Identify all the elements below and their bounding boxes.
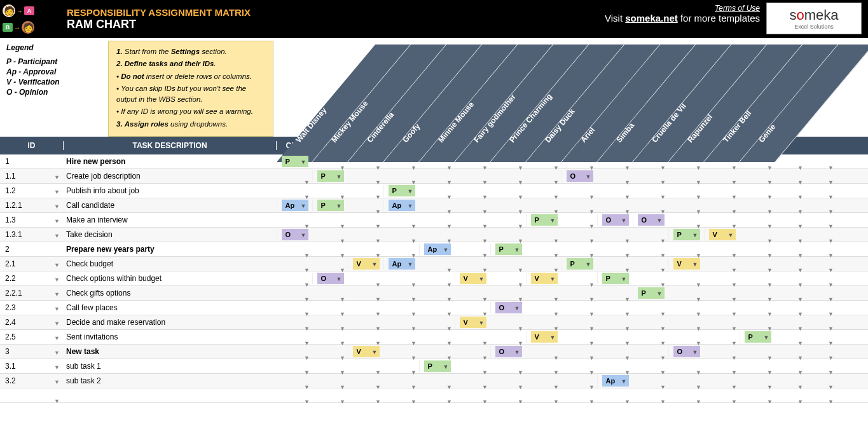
assignment-cell[interactable]: P▼ [740,331,775,343]
dropdown-icon[interactable]: ▼ [767,282,773,288]
dropdown-icon[interactable]: ▼ [797,384,803,390]
dropdown-icon[interactable]: ▼ [731,355,737,361]
dropdown-icon[interactable]: ▼ [411,399,417,403]
dropdown-icon[interactable]: ▼ [54,203,60,210]
dropdown-icon[interactable]: ▼ [797,223,803,229]
dropdown-icon[interactable]: ▼ [731,325,737,332]
dropdown-icon[interactable]: ▼ [446,311,452,317]
role-tag[interactable]: V▼ [709,229,736,240]
dropdown-icon[interactable]: ▼ [767,311,773,317]
dropdown-icon[interactable]: ▼ [304,267,310,273]
dropdown-icon[interactable]: ▼ [624,340,630,346]
dropdown-icon[interactable]: ▼ [589,282,595,288]
dropdown-icon[interactable]: ▼ [518,384,523,390]
dropdown-icon[interactable]: ▼ [589,399,595,403]
dropdown-icon[interactable]: ▼ [660,179,666,186]
dropdown-icon[interactable]: ▼ [446,399,452,403]
assignment-cell[interactable]: Ap▼ [277,200,312,211]
dropdown-icon[interactable]: ▼ [828,355,834,361]
role-tag[interactable]: P▼ [567,258,593,270]
dropdown-icon[interactable]: ▼ [589,355,595,361]
dropdown-icon[interactable]: ▼ [828,340,834,346]
dropdown-icon[interactable]: ▼ [340,252,345,259]
dropdown-icon[interactable]: ▼ [797,355,803,361]
dropdown-icon[interactable]: ▼ [304,179,310,186]
dropdown-icon[interactable]: ▼ [482,223,488,229]
dropdown-icon[interactable]: ▼ [692,346,698,358]
dropdown-icon[interactable]: ▼ [553,165,559,171]
assignment-cell[interactable]: Ap▼ [383,200,419,211]
cell-id[interactable]: 2.2▼ [0,274,64,283]
dropdown-icon[interactable]: ▼ [553,399,559,403]
someka-link[interactable]: someka.net [625,13,678,24]
dropdown-icon[interactable]: ▼ [514,346,520,358]
dropdown-icon[interactable]: ▼ [446,282,452,288]
dropdown-icon[interactable]: ▼ [375,238,381,244]
role-tag[interactable]: P▼ [495,243,522,255]
dropdown-icon[interactable]: ▼ [828,311,834,317]
dropdown-icon[interactable]: ▼ [304,252,310,259]
dropdown-icon[interactable]: ▼ [375,282,381,288]
cell-id[interactable]: 1.3▼ [0,216,64,224]
dropdown-icon[interactable]: ▼ [375,209,381,215]
cell-desc[interactable]: Publish info about job [64,186,277,195]
dropdown-icon[interactable]: ▼ [336,171,342,182]
cell-id[interactable]: 3.2▼ [0,376,64,385]
dropdown-icon[interactable]: ▼ [518,369,523,376]
role-tag[interactable]: V▼ [531,331,558,343]
dropdown-icon[interactable]: ▼ [514,244,520,256]
dropdown-icon[interactable]: ▼ [304,311,310,317]
role-tag[interactable]: P▼ [317,170,344,182]
cell-desc[interactable]: Call candidate [64,201,277,210]
dropdown-icon[interactable]: ▼ [54,174,60,181]
dropdown-icon[interactable]: ▼ [408,259,413,270]
cell-desc[interactable]: Hire new person [64,157,277,166]
dropdown-icon[interactable]: ▼ [411,223,417,229]
dropdown-icon[interactable]: ▼ [696,179,701,186]
cell-id[interactable]: 2.1▼ [0,259,64,268]
dropdown-icon[interactable]: ▼ [828,384,834,390]
dropdown-icon[interactable]: ▼ [731,311,737,317]
cell-desc[interactable]: sub task 1 [64,362,277,371]
assignment-cell[interactable]: V▼ [455,273,490,284]
dropdown-icon[interactable]: ▼ [767,165,773,171]
dropdown-icon[interactable]: ▼ [797,179,803,186]
dropdown-icon[interactable]: ▼ [828,296,834,303]
dropdown-icon[interactable]: ▼ [589,223,595,229]
dropdown-icon[interactable]: ▼ [304,282,310,288]
dropdown-icon[interactable]: ▼ [54,306,60,312]
dropdown-icon[interactable]: ▼ [696,194,701,200]
dropdown-icon[interactable]: ▼ [482,194,488,200]
dropdown-icon[interactable]: ▼ [375,165,381,171]
assignment-cell[interactable]: Ap▼ [419,243,455,255]
role-tag[interactable]: P▼ [424,360,451,372]
dropdown-icon[interactable]: ▼ [411,165,417,171]
dropdown-icon[interactable]: ▼ [301,229,307,241]
dropdown-icon[interactable]: ▼ [828,399,834,403]
dropdown-icon[interactable]: ▼ [660,311,666,317]
dropdown-icon[interactable]: ▼ [589,325,595,332]
dropdown-icon[interactable]: ▼ [828,223,834,229]
assignment-cell[interactable]: V▼ [526,331,561,343]
dropdown-icon[interactable]: ▼ [692,229,698,241]
dropdown-icon[interactable]: ▼ [767,267,773,273]
dropdown-icon[interactable]: ▼ [553,384,559,390]
dropdown-icon[interactable]: ▼ [660,340,666,346]
dropdown-icon[interactable]: ▼ [482,238,488,244]
dropdown-icon[interactable]: ▼ [54,277,60,283]
dropdown-icon[interactable]: ▼ [767,252,773,259]
cell-id[interactable]: 1 [0,157,64,166]
assignment-cell[interactable]: P▼ [561,258,597,270]
dropdown-icon[interactable]: ▼ [624,165,630,171]
cell-id[interactable]: 3.1▼ [0,362,64,371]
dropdown-icon[interactable]: ▼ [479,317,485,329]
role-tag[interactable]: P▼ [673,229,700,240]
role-tag[interactable]: P▼ [638,287,665,299]
assignment-cell[interactable]: V▼ [526,273,561,284]
dropdown-icon[interactable]: ▼ [797,252,803,259]
dropdown-icon[interactable]: ▼ [372,259,378,270]
dropdown-icon[interactable]: ▼ [660,369,666,376]
dropdown-icon[interactable]: ▼ [589,238,595,244]
dropdown-icon[interactable]: ▼ [340,369,345,376]
assignment-cell[interactable]: P▼ [526,214,561,226]
